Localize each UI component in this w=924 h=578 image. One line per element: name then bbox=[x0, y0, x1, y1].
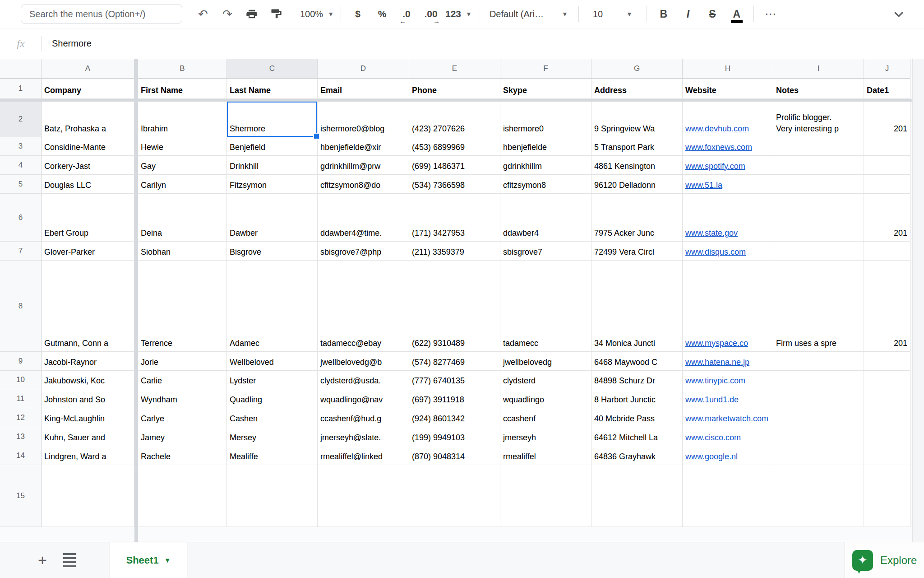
website-link[interactable]: www.google.nl bbox=[685, 451, 738, 462]
cell-G3[interactable]: 5 Transport Park bbox=[591, 137, 683, 156]
cell-G9[interactable]: 6468 Maywood C bbox=[591, 352, 683, 371]
format-percent-button[interactable]: % bbox=[372, 4, 392, 24]
cell-F6[interactable]: ddawber4 bbox=[500, 194, 591, 242]
website-link[interactable]: www.state.gov bbox=[685, 228, 738, 238]
cell-D11[interactable]: wquadlingo@nav bbox=[318, 389, 409, 408]
cell-G13[interactable]: 64612 Mitchell La bbox=[591, 427, 683, 446]
cell-I13[interactable] bbox=[773, 427, 864, 446]
cell-G5[interactable]: 96120 Delladonn bbox=[591, 175, 683, 194]
row-header-13[interactable]: 13 bbox=[0, 427, 42, 446]
cell-B13[interactable]: Jamey bbox=[138, 427, 227, 446]
cell-G11[interactable]: 8 Harbort Junctic bbox=[591, 389, 683, 408]
cell-I10[interactable] bbox=[773, 371, 864, 389]
column-header-B[interactable]: B bbox=[138, 59, 227, 79]
cell-D5[interactable]: cfitzsymon8@do bbox=[318, 175, 409, 194]
more-formats-button[interactable]: 123 ▼ bbox=[445, 4, 472, 24]
cell-B9[interactable]: Jorie bbox=[138, 352, 227, 371]
undo-button[interactable]: ↶ bbox=[193, 4, 213, 24]
more-toolbar-button[interactable]: ⋯ bbox=[761, 4, 781, 24]
cell-D4[interactable]: gdrinkhillm@prw bbox=[318, 156, 409, 175]
cell-H3[interactable]: www.foxnews.com bbox=[683, 137, 773, 156]
formula-input[interactable] bbox=[42, 38, 924, 49]
cell-D10[interactable]: clydsterd@usda. bbox=[318, 371, 409, 389]
italic-button[interactable]: I bbox=[678, 4, 698, 24]
row-header-10[interactable]: 10 bbox=[0, 371, 42, 389]
cell-D12[interactable]: ccashenf@hud.g bbox=[318, 408, 409, 427]
cell-H15[interactable] bbox=[683, 465, 773, 527]
cell-F5[interactable]: cfitzsymon8 bbox=[500, 175, 591, 194]
website-link[interactable]: www.1und1.de bbox=[685, 394, 739, 405]
zoom-select[interactable]: 100% ▼ bbox=[300, 4, 334, 24]
cell-F15[interactable] bbox=[500, 465, 591, 527]
website-link[interactable]: www.51.la bbox=[685, 180, 722, 191]
cell-J6[interactable]: 201 bbox=[864, 194, 910, 242]
cell-E6[interactable]: (171) 3427953 bbox=[409, 194, 500, 242]
cell-B4[interactable]: Gay bbox=[138, 156, 227, 175]
cell-C8[interactable]: Adamec bbox=[227, 261, 318, 352]
cell-H13[interactable]: www.cisco.com bbox=[683, 427, 773, 446]
cell-A2[interactable]: Batz, Prohaska a bbox=[42, 102, 134, 137]
cell-C2[interactable]: Shermore bbox=[227, 102, 318, 137]
cell-E3[interactable]: (453) 6899969 bbox=[409, 137, 500, 156]
cell-E14[interactable]: (870) 9048314 bbox=[409, 446, 500, 465]
cell-G10[interactable]: 84898 Schurz Dr bbox=[591, 371, 683, 389]
vertical-scrollbar[interactable] bbox=[912, 59, 924, 542]
cell-A1[interactable]: Company bbox=[42, 79, 134, 99]
cell-J5[interactable] bbox=[864, 175, 910, 194]
cell-G12[interactable]: 40 Mcbride Pass bbox=[591, 408, 683, 427]
cell-I4[interactable] bbox=[773, 156, 864, 175]
cell-H5[interactable]: www.51.la bbox=[683, 175, 773, 194]
paint-format-button[interactable] bbox=[266, 4, 286, 24]
column-header-I[interactable]: I bbox=[773, 59, 864, 79]
cell-A8[interactable]: Gutmann, Conn a bbox=[42, 261, 134, 352]
cell-C12[interactable]: Cashen bbox=[227, 408, 318, 427]
cell-E1[interactable]: Phone bbox=[409, 79, 500, 99]
cell-C7[interactable]: Bisgrove bbox=[227, 242, 318, 261]
cell-E12[interactable]: (924) 8601342 bbox=[409, 408, 500, 427]
cell-F9[interactable]: jwellbelovedg bbox=[500, 352, 591, 371]
cell-G15[interactable] bbox=[591, 465, 683, 527]
cell-H6[interactable]: www.state.gov bbox=[683, 194, 773, 242]
cell-C15[interactable] bbox=[227, 465, 318, 527]
cell-E2[interactable]: (423) 2707626 bbox=[409, 102, 500, 137]
cell-E4[interactable]: (699) 1486371 bbox=[409, 156, 500, 175]
column-header-G[interactable]: G bbox=[591, 59, 683, 79]
sheet-tab[interactable]: Sheet1 ▼ bbox=[110, 542, 187, 578]
cell-B7[interactable]: Siobhan bbox=[138, 242, 227, 261]
cell-H1[interactable]: Website bbox=[683, 79, 773, 99]
cell-H9[interactable]: www.hatena.ne.jp bbox=[683, 352, 773, 371]
cell-A13[interactable]: Kuhn, Sauer and bbox=[42, 427, 134, 446]
cell-E13[interactable]: (199) 9949103 bbox=[409, 427, 500, 446]
cell-D15[interactable] bbox=[318, 465, 409, 527]
row-header-2[interactable]: 2 bbox=[0, 102, 42, 137]
cell-J4[interactable] bbox=[864, 156, 910, 175]
column-header-D[interactable]: D bbox=[318, 59, 409, 79]
cell-E7[interactable]: (211) 3359379 bbox=[409, 242, 500, 261]
row-header-3[interactable]: 3 bbox=[0, 137, 42, 156]
cell-I6[interactable] bbox=[773, 194, 864, 242]
website-link[interactable]: www.spotify.com bbox=[685, 161, 745, 172]
cell-B6[interactable]: Deina bbox=[138, 194, 227, 242]
cell-J1[interactable]: Date1 bbox=[864, 79, 910, 99]
cell-C6[interactable]: Dawber bbox=[227, 194, 318, 242]
website-link[interactable]: www.foxnews.com bbox=[685, 142, 752, 153]
row-header-4[interactable]: 4 bbox=[0, 156, 42, 175]
decrease-decimal-button[interactable]: .0 ← bbox=[397, 4, 416, 24]
cell-D8[interactable]: tadamecc@ebay bbox=[318, 261, 409, 352]
row-header-11[interactable]: 11 bbox=[0, 389, 42, 408]
cell-H10[interactable]: www.tinypic.com bbox=[683, 371, 773, 389]
cell-D14[interactable]: rmealiffel@linked bbox=[318, 446, 409, 465]
cell-D3[interactable]: hbenjefielde@xir bbox=[318, 137, 409, 156]
cell-I2[interactable]: Prolific blogger. Very interesting p bbox=[773, 102, 864, 137]
cell-B12[interactable]: Carlye bbox=[138, 408, 227, 427]
cell-A11[interactable]: Johnston and So bbox=[42, 389, 134, 408]
cell-G2[interactable]: 9 Springview Wa bbox=[591, 102, 683, 137]
cell-A15[interactable] bbox=[42, 465, 134, 527]
cell-D2[interactable]: ishermore0@blog bbox=[318, 102, 409, 137]
column-header-H[interactable]: H bbox=[683, 59, 773, 79]
cell-C5[interactable]: Fitzsymon bbox=[227, 175, 318, 194]
cell-A9[interactable]: Jacobi-Raynor bbox=[42, 352, 134, 371]
row-header-6[interactable]: 6 bbox=[0, 194, 42, 242]
cell-H14[interactable]: www.google.nl bbox=[683, 446, 773, 465]
website-link[interactable]: www.hatena.ne.jp bbox=[685, 357, 749, 368]
